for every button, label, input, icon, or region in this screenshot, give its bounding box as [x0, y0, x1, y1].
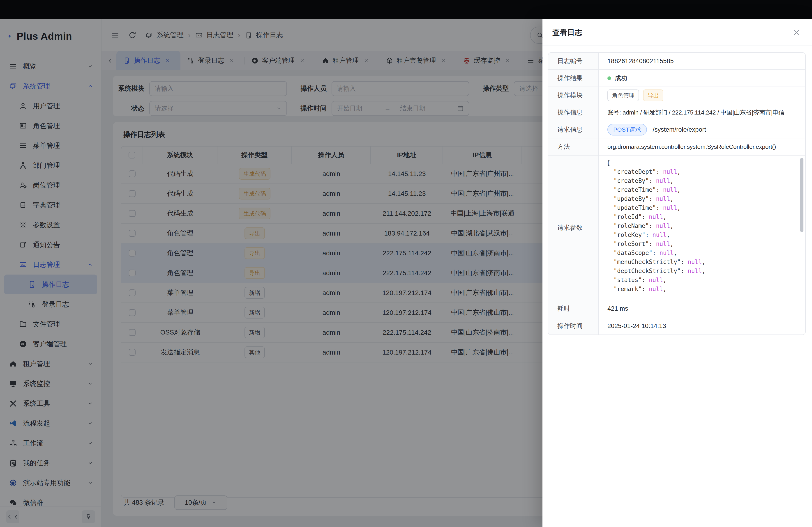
module-tag: 导出 [643, 90, 663, 101]
code-line: "createDept": null, [607, 167, 798, 176]
detail-row-5: 方法org.dromara.system.controller.system.S… [548, 138, 805, 155]
detail-label: 请求参数 [548, 155, 599, 300]
code-scrollbar-thumb[interactable] [800, 158, 803, 232]
detail-label: 耗时 [548, 300, 599, 317]
detail-row-6: 请求参数 { "createDept": null, "createBy": n… [548, 155, 805, 300]
detail-row-4: 请求信息POST请求/system/role/export [548, 121, 805, 138]
detail-row-8: 操作时间2025-01-24 10:14:13 [548, 317, 805, 334]
detail-value: 2025-01-24 10:14:13 [599, 317, 805, 334]
detail-value: 账号: admin / 研发部门 / 222.175.114.242 / 中国|… [599, 104, 805, 121]
code-line: "updateBy": null, [607, 194, 798, 203]
code-line: "dataScope": null, [607, 249, 798, 257]
code-line: "updateTime": null, [607, 203, 798, 212]
success-dot [607, 76, 611, 80]
request-params-code: { "createDept": null, "createBy": null, … [599, 155, 805, 300]
code-line: "deptCheckStrictly": null, [607, 267, 798, 275]
drawer-title: 查看日志 [552, 28, 582, 37]
code-line: "roleId": null, [607, 212, 798, 221]
code-line: "createTime": null, [607, 185, 798, 194]
detail-value: POST请求/system/role/export [599, 121, 805, 138]
code-line: "status": null, [607, 275, 798, 284]
code-line: "roleName": null, [607, 221, 798, 230]
drawer-close-button[interactable] [793, 28, 801, 36]
code-line: "remark": null, [607, 284, 798, 293]
detail-value: 1882612840802115585 [599, 53, 805, 70]
detail-value: org.dromara.system.controller.system.Sys… [599, 138, 805, 155]
detail-row-3: 操作信息账号: admin / 研发部门 / 222.175.114.242 /… [548, 104, 805, 121]
detail-value: 成功 [599, 70, 805, 87]
detail-label: 操作信息 [548, 104, 599, 121]
detail-row-1: 操作结果成功 [548, 70, 805, 87]
detail-label: 日志编号 [548, 53, 599, 70]
status-text: 成功 [615, 74, 627, 82]
detail-label: 操作时间 [548, 317, 599, 334]
drawer-body: 日志编号1882612840802115585 操作结果成功 操作模块角色管理导… [542, 46, 812, 335]
detail-label: 方法 [548, 138, 599, 155]
code-line: "menuCheckStrictly": null, [607, 257, 798, 267]
log-detail-table: 日志编号1882612840802115585 操作结果成功 操作模块角色管理导… [548, 52, 806, 335]
detail-label: 操作模块 [548, 87, 599, 104]
code-line: "roleKey": null, [607, 230, 798, 239]
drawer-header: 查看日志 [542, 19, 812, 46]
view-log-drawer: 查看日志 日志编号1882612840802115585 操作结果成功 操作模块… [542, 19, 812, 527]
detail-row-0: 日志编号1882612840802115585 [548, 53, 805, 70]
detail-row-7: 耗时421 ms [548, 300, 805, 317]
detail-value: { "createDept": null, "createBy": null, … [599, 155, 805, 300]
request-path: /system/role/export [653, 126, 706, 133]
detail-value: 421 ms [599, 300, 805, 317]
post-request-tag: POST请求 [607, 124, 647, 135]
code-line: "createBy": null, [607, 176, 798, 185]
code-line: { [607, 158, 798, 167]
detail-label: 操作结果 [548, 70, 599, 87]
code-line: "roleSort": null, [607, 239, 798, 249]
detail-label: 请求信息 [548, 121, 599, 138]
code-scrollbar [800, 158, 803, 298]
module-tag: 角色管理 [607, 90, 639, 101]
detail-row-2: 操作模块角色管理导出 [548, 87, 805, 104]
detail-value: 角色管理导出 [599, 87, 805, 104]
